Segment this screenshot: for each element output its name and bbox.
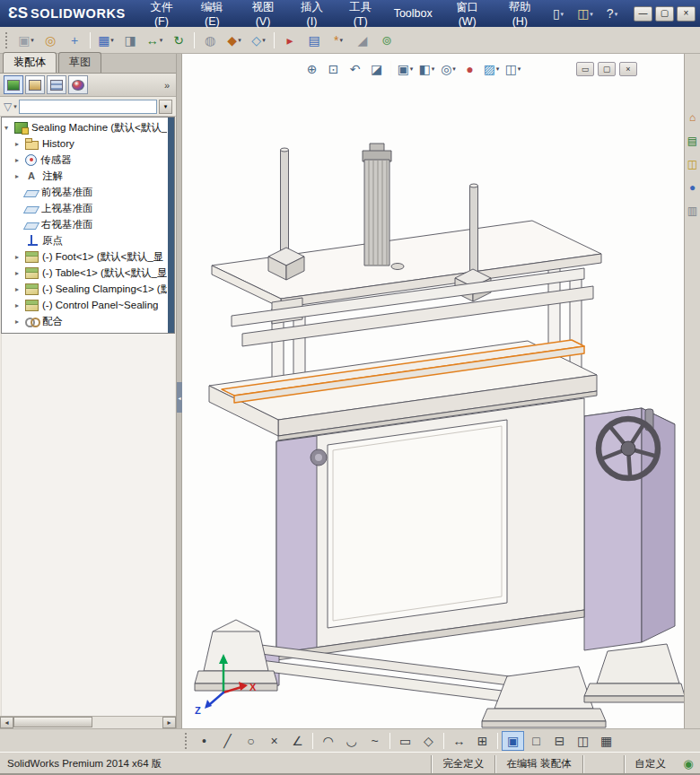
tree-item-mates[interactable]: ▸ 配合 xyxy=(2,313,167,329)
smart-dimension-button[interactable]: ↔ xyxy=(448,731,470,751)
zoom-to-fit-button[interactable]: ⊕ xyxy=(302,59,322,78)
tree-item-sealing-machine[interactable]: ▾ Sealing Machine (默认<默认_显 xyxy=(2,119,167,135)
funnel-dropdown-icon[interactable]: ▾ xyxy=(13,103,17,110)
expander-icon[interactable]: ▸ xyxy=(15,285,24,293)
toolbar-grip[interactable] xyxy=(5,32,8,48)
task-pane-file-explorer-tab[interactable]: ◫ xyxy=(685,156,700,171)
assembly-features-button[interactable]: ◆▾ xyxy=(223,30,246,51)
sketch-spline-button[interactable]: ~ xyxy=(363,731,386,751)
instant3d-button[interactable]: ◢ xyxy=(351,30,374,51)
scrollbar-track[interactable] xyxy=(13,717,162,728)
scroll-left-arrow[interactable]: ◂ xyxy=(0,717,13,728)
tab-sketch[interactable]: 草图 xyxy=(58,52,101,73)
model-cabinet[interactable] xyxy=(276,398,584,660)
sketch-trim-button[interactable]: × xyxy=(263,731,285,751)
display-style-button[interactable]: ◧▾ xyxy=(416,59,437,78)
sketch-circle-button[interactable]: ○ xyxy=(240,731,262,751)
sketch-line-button[interactable]: ╱ xyxy=(216,731,239,751)
help-button[interactable]: ?▾ xyxy=(599,4,625,23)
update-assembly-button[interactable]: ⊚ xyxy=(375,30,398,51)
task-pane-custom-properties-tab[interactable]: ▥ xyxy=(685,203,700,218)
quick-tips-icon[interactable]: ◉ xyxy=(677,757,700,771)
task-pane-design-library-tab[interactable]: ▤ xyxy=(685,133,700,148)
sketch-tangent-arc-button[interactable]: ◡ xyxy=(340,731,363,751)
rotate-component-button[interactable]: ↻ xyxy=(167,30,190,51)
open-button[interactable]: ◫▾ xyxy=(573,4,598,23)
displaymanager-tab[interactable] xyxy=(68,75,88,94)
tree-item-origin[interactable]: 原点 xyxy=(2,232,167,248)
filter-input[interactable] xyxy=(19,100,157,114)
menu-edit[interactable]: 编辑(E) xyxy=(187,0,238,27)
expander-icon[interactable]: ▸ xyxy=(15,269,24,277)
sketch-point-button[interactable]: • xyxy=(193,731,215,751)
viewport-two-horizontal-button[interactable]: ⊟ xyxy=(548,731,571,751)
expander-icon[interactable]: ▸ xyxy=(15,253,24,261)
toolbar-grip[interactable] xyxy=(185,733,188,749)
configurationmanager-tab[interactable] xyxy=(47,75,66,94)
mate-button[interactable]: ◎ xyxy=(39,30,62,51)
new-document-button[interactable]: ▯▾ xyxy=(546,4,571,23)
scrollbar-thumb[interactable] xyxy=(13,717,92,727)
hide-show-items-button[interactable]: ◎▾ xyxy=(438,59,459,78)
menu-help[interactable]: 帮助(H) xyxy=(494,0,546,27)
menu-window[interactable]: 窗口(W) xyxy=(441,0,494,27)
tree-item-table[interactable]: ▸ (-) Table<1> (默认<默认_显 xyxy=(2,265,167,281)
sketch-polygon-button[interactable]: ◇ xyxy=(417,731,440,751)
document-close-button[interactable]: × xyxy=(619,62,637,76)
move-component-button[interactable]: ↔▾ xyxy=(143,30,166,51)
maximize-button[interactable]: ▢ xyxy=(655,6,674,22)
expander-icon[interactable]: ▸ xyxy=(15,301,24,309)
expander-icon[interactable]: ▸ xyxy=(15,140,24,148)
graphics-area[interactable]: X Z ⊕⊡↶◪▣▾◧▾◎▾●▨▾◫▾ ▭▢× xyxy=(182,54,684,728)
filter-funnel-icon[interactable]: ▽ xyxy=(4,100,12,113)
menu-insert[interactable]: 插入(I) xyxy=(288,0,335,27)
exploded-view-button[interactable]: *▾ xyxy=(327,30,350,51)
menu-view[interactable]: 视图(V) xyxy=(238,0,289,27)
viewport-single-button[interactable]: □ xyxy=(525,731,547,751)
task-pane-appearances-tab[interactable]: ● xyxy=(685,179,700,195)
tree-item-right-plane[interactable]: 右视基准面 xyxy=(2,216,167,232)
insert-components-button[interactable]: ▣▾ xyxy=(14,30,38,51)
expander-icon[interactable]: ▸ xyxy=(15,172,24,180)
tree-item-history[interactable]: ▸ History xyxy=(2,135,167,152)
section-view-button[interactable]: ◪ xyxy=(366,59,387,78)
document-restore-button[interactable]: ▢ xyxy=(598,62,616,76)
menu-toolbox[interactable]: Toolbox xyxy=(386,0,441,27)
view-orientation-button[interactable]: ▣▾ xyxy=(395,59,416,78)
expander-icon[interactable]: ▸ xyxy=(15,156,24,164)
tree-item-sensors[interactable]: ▸ 传感器 xyxy=(2,152,167,168)
close-button[interactable]: × xyxy=(677,6,696,22)
show-hidden-components-button[interactable]: ◍ xyxy=(198,30,222,51)
task-pane-resources-tab[interactable]: ⌂ xyxy=(685,109,700,125)
sketch-rectangle-button[interactable]: ▭ xyxy=(394,731,416,751)
tree-item-foot[interactable]: ▸ (-) Foot<1> (默认<默认_显 xyxy=(2,248,167,265)
linear-component-pattern-button[interactable]: ▦▾ xyxy=(94,30,118,51)
edit-appearance-button[interactable]: ● xyxy=(459,59,480,78)
model-sealing-machine[interactable]: X Z xyxy=(182,54,684,728)
customize-status[interactable]: 自定义 xyxy=(624,755,678,773)
minimize-button[interactable]: — xyxy=(634,6,652,22)
viewport-four-button[interactable]: ▦ xyxy=(595,731,617,751)
component-preview-button[interactable]: ◨ xyxy=(118,30,142,51)
model-guide-rod-left[interactable] xyxy=(268,148,304,280)
tree-item-front-plane[interactable]: 前视基准面 xyxy=(2,184,167,200)
featuremanager-tab[interactable] xyxy=(4,75,23,94)
manager-overflow-chevron[interactable]: » xyxy=(164,80,172,91)
tab-assembly[interactable]: 装配体 xyxy=(3,52,57,73)
menu-file[interactable]: 文件(F) xyxy=(136,0,187,27)
new-motion-study-button[interactable]: ▸ xyxy=(278,30,302,51)
view-settings-button[interactable]: ◫▾ xyxy=(503,59,523,78)
tree-item-annotations[interactable]: ▸ 注解 xyxy=(2,168,167,184)
tree-scrollbar[interactable] xyxy=(168,118,174,333)
scroll-right-arrow[interactable]: ▸ xyxy=(162,717,176,728)
apply-scene-button[interactable]: ▨▾ xyxy=(481,59,502,78)
model-air-cylinder[interactable] xyxy=(363,144,391,266)
sketch-chamfer-button[interactable]: ∠ xyxy=(286,731,309,751)
sketch-arc-button[interactable]: ◠ xyxy=(317,731,339,751)
viewport-two-vertical-button[interactable]: ◫ xyxy=(572,731,594,751)
zoom-to-area-button[interactable]: ⊡ xyxy=(323,59,344,78)
previous-view-button[interactable]: ↶ xyxy=(345,59,365,78)
expander-icon[interactable]: ▸ xyxy=(15,318,24,326)
shaded-sketch-planes-button[interactable]: ▣ xyxy=(502,731,524,751)
tree-item-top-plane[interactable]: 上视基准面 xyxy=(2,200,167,216)
